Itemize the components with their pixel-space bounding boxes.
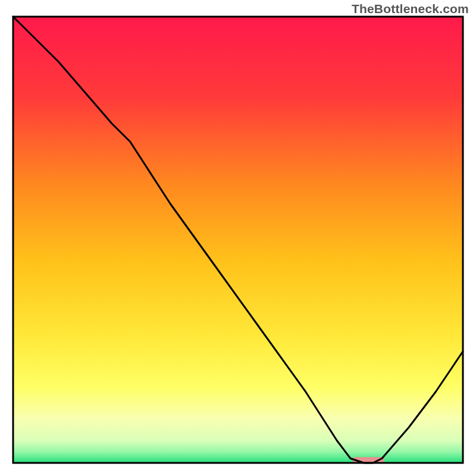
- watermark-text: TheBottleneck.com: [352, 2, 469, 16]
- bottleneck-chart: [0, 0, 476, 476]
- plot-background: [13, 17, 463, 463]
- chart-container: TheBottleneck.com: [0, 0, 476, 476]
